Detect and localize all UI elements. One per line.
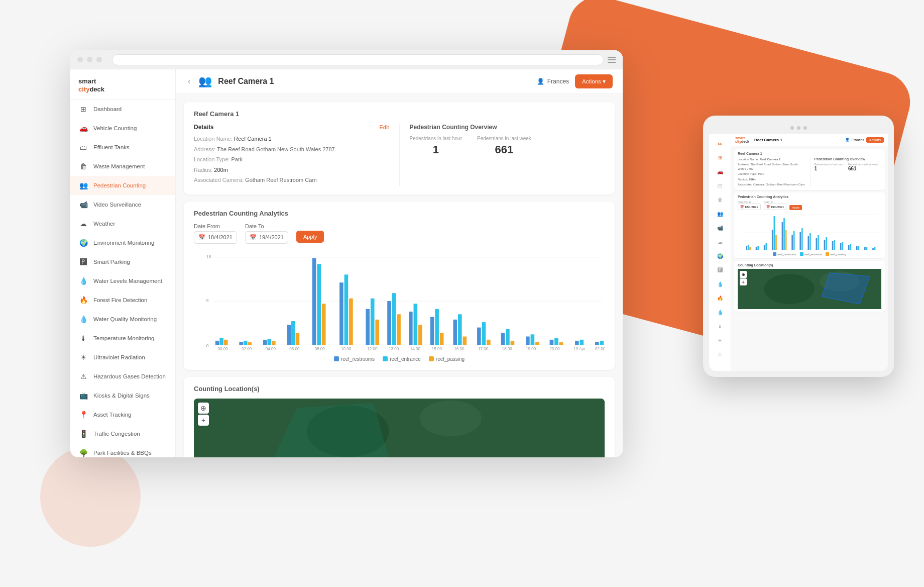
tablet-sidebar-pedestrian[interactable]: 👥 [713, 208, 727, 219]
sidebar-item-weather[interactable]: ☁ Weather [70, 214, 175, 233]
svg-rect-51 [575, 340, 579, 344]
sidebar-item-environment[interactable]: 🌍 Environment Monitoring [70, 233, 175, 252]
tablet-sidebar-water[interactable]: 💧 [713, 278, 727, 289]
tablet-legend-dot-entrance [800, 252, 803, 256]
detail-address: Address: The Reef Road Gotham New South … [194, 145, 389, 154]
tablet-date-from-input[interactable]: 📅 18/4/2021 [738, 204, 761, 210]
tablet-sidebar-waste[interactable]: 🗑 [713, 194, 727, 205]
tablet-sidebar-parking[interactable]: 🅿 [713, 264, 727, 275]
tablet-date-from: Date From 📅 18/4/2021 [738, 201, 761, 210]
last-week-label: Pedestrians in last week [477, 136, 531, 141]
svg-text:9: 9 [206, 298, 209, 303]
svg-rect-29 [397, 314, 401, 345]
tablet-sidebar-fire[interactable]: 🔥 [713, 292, 727, 304]
svg-rect-27 [387, 301, 391, 345]
tablet-device: sc ⊞ 🚗 🗃 🗑 👥 📹 ☁ 🌍 🅿 💧 🔥 💧 🌡 ☀ ⚠ [703, 116, 894, 377]
sidebar-item-uv[interactable]: ☀ Ultraviolet Radiation [70, 348, 175, 367]
svg-rect-95 [801, 228, 803, 250]
sidebar-item-label: Kiosks & Digital Signs [93, 393, 150, 399]
svg-rect-106 [848, 245, 850, 250]
tablet-sidebar-dashboard[interactable]: ⊞ [713, 152, 727, 163]
edit-link[interactable]: Edit [380, 124, 389, 130]
svg-rect-98 [816, 238, 818, 250]
tablet-bar-chart-svg [738, 212, 881, 252]
sidebar-item-water-levels[interactable]: 💧 Water Levels Management [70, 271, 175, 290]
traffic-icon: 🚦 [78, 429, 88, 439]
svg-text:0: 0 [206, 343, 209, 348]
tablet-map-location-btn[interactable]: ⊕ [740, 271, 747, 278]
sidebar-item-asset-tracking[interactable]: 📍 Asset Tracking [70, 405, 175, 424]
date-to-input[interactable]: 📅 19/4/2021 [245, 231, 288, 244]
sidebar-item-effluent-tanks[interactable]: 🗃 Effluent Tanks [70, 138, 175, 157]
sidebar-item-label: Pedestrian Counting [93, 182, 146, 188]
tablet-sidebar-quality[interactable]: 💧 [713, 307, 727, 318]
tablet-map-zoom-btn[interactable]: + [740, 278, 747, 285]
tablet-apply-button[interactable]: Apply [789, 205, 802, 210]
svg-rect-102 [832, 241, 834, 250]
sidebar-item-pedestrian-counting[interactable]: 👥 Pedestrian Counting [70, 176, 175, 195]
tablet-overview-title: Pedestrian Counting Overview [815, 157, 882, 161]
water-quality-icon: 💧 [78, 314, 88, 324]
user-name: Frances [547, 78, 569, 85]
last-hour-label: Pedestrians in last hour [410, 136, 463, 141]
sidebar-item-forest-fire[interactable]: 🔥 Forest Fire Detection [70, 290, 175, 310]
user-icon: 👤 [537, 78, 544, 85]
tablet-actions-button[interactable]: Actions [866, 137, 884, 143]
tablet-dot-1 [790, 126, 794, 130]
back-button[interactable]: ‹ [186, 75, 192, 88]
tablet-date-filters: Date From 📅 18/4/2021 Date To 📅 [738, 201, 881, 210]
tablet-sidebar-uv[interactable]: ☀ [713, 335, 727, 346]
tablet-sidebar-effluent[interactable]: 🗃 [713, 180, 727, 191]
svg-text:12:00: 12:00 [367, 346, 377, 351]
svg-text:06:00: 06:00 [289, 346, 299, 351]
bg-decoration-2 [40, 446, 141, 547]
sidebar-item-hazardous[interactable]: ⚠ Hazardous Gases Detection [70, 367, 175, 386]
svg-rect-88 [775, 235, 777, 250]
uv-icon: ☀ [78, 352, 88, 362]
sidebar-item-waste-management[interactable]: 🗑 Waste Management [70, 157, 175, 176]
parking-icon: 🅿 [78, 257, 88, 267]
date-to-group: Date To 📅 19/4/2021 [245, 223, 288, 244]
sidebar-item-temperature[interactable]: 🌡 Temperature Monitoring [70, 329, 175, 348]
tablet-legend-restrooms: reef_restrooms [773, 252, 796, 256]
sidebar-item-park[interactable]: 🌳 Park Facilities & BBQs [70, 443, 175, 457]
svg-rect-13 [267, 339, 271, 345]
detail-radius: Radius: 200m [194, 166, 389, 174]
sidebar-item-vehicle-counting[interactable]: 🚗 Vehicle Counting [70, 119, 175, 138]
svg-rect-92 [791, 235, 793, 250]
tablet-stat-hour: Pedestrians in last hour 1 [815, 163, 843, 171]
tablet-sidebar-temp[interactable]: 🌡 [713, 321, 727, 332]
tablet-date-to-input[interactable]: 📅 19/4/2021 [764, 204, 787, 210]
apply-button[interactable]: Apply [296, 231, 324, 243]
tablet-sidebar-hazardous[interactable]: ⚠ [713, 349, 727, 360]
sidebar-item-kiosks[interactable]: 📺 Kiosks & Digital Signs [70, 386, 175, 405]
svg-rect-83 [757, 246, 759, 250]
svg-rect-32 [418, 325, 422, 345]
tablet-detail-radius: Radius: 200m [738, 177, 805, 181]
dashboard-icon: ⊞ [78, 104, 88, 114]
tablet-sidebar-video[interactable]: 📹 [713, 222, 727, 233]
svg-rect-79 [746, 246, 747, 250]
map-zoom-in-button[interactable]: + [198, 415, 209, 426]
svg-text:17:00: 17:00 [478, 346, 488, 351]
tablet-sidebar-vehicle[interactable]: 🚗 [713, 166, 727, 177]
sidebar-item-traffic[interactable]: 🚦 Traffic Congestion [70, 424, 175, 443]
sidebar-item-video-surveillance[interactable]: 📹 Video Surveillance [70, 195, 175, 214]
svg-rect-9 [239, 342, 243, 345]
chart-container: 18 9 0 [194, 251, 605, 351]
map-location-button[interactable]: ⊕ [198, 403, 209, 414]
actions-button[interactable]: Actions ▾ [575, 74, 613, 88]
tablet-map-title: Counting Location(s) [738, 263, 881, 267]
user-area[interactable]: 👤 Frances [537, 78, 569, 85]
date-from-input[interactable]: 📅 18/4/2021 [194, 231, 237, 244]
legend-label-passing: reef_passing [436, 356, 465, 362]
tablet-sidebar-weather[interactable]: ☁ [713, 236, 727, 247]
svg-rect-93 [793, 231, 795, 250]
tablet-sidebar-environment[interactable]: 🌍 [713, 250, 727, 261]
sidebar-item-dashboard[interactable]: ⊞ Dashboard [70, 100, 175, 119]
weather-icon: ☁ [78, 219, 88, 229]
sidebar-item-label: Traffic Congestion [93, 431, 140, 437]
svg-rect-82 [756, 247, 757, 250]
sidebar-item-water-quality[interactable]: 💧 Water Quality Monitoring [70, 310, 175, 329]
sidebar-item-smart-parking[interactable]: 🅿 Smart Parking [70, 252, 175, 271]
